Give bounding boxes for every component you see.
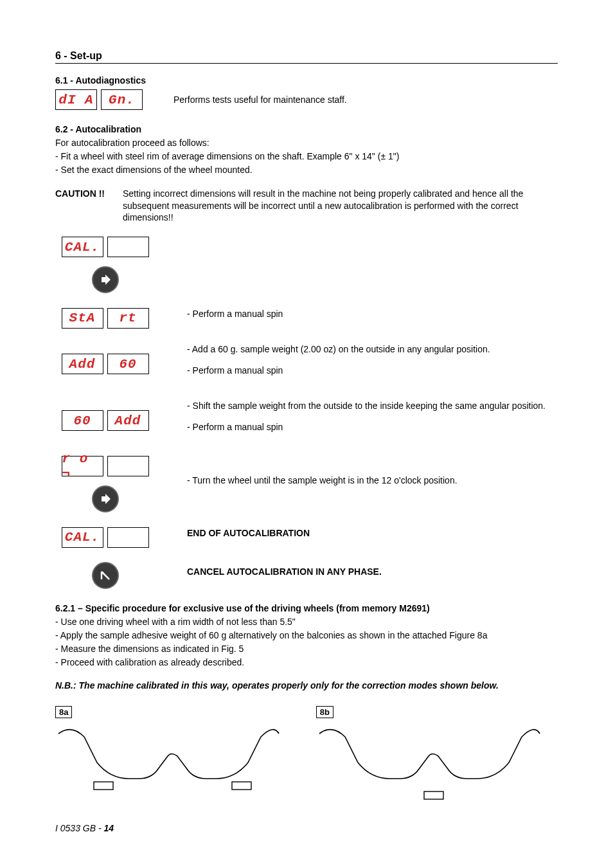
svg-rect-4	[232, 782, 251, 790]
row-6-1: dI A Gn. Performs tests useful for maint…	[55, 89, 558, 110]
intro-line: For autocalibration proceed as follows:	[55, 137, 558, 149]
figures-row: 8a 8b	[55, 706, 558, 806]
list-item: - Measure the dimensions as indicated in…	[55, 643, 558, 655]
display-right: Add	[107, 410, 149, 431]
display-left: CAL.	[62, 527, 103, 548]
rim-profile-8a	[55, 721, 280, 791]
page-footer: I 0533 GB - 14	[55, 823, 114, 833]
heading-6-2-1: 6.2.1 – Specific procedure for exclusive…	[55, 603, 558, 613]
caution-label: CAUTION !!	[55, 188, 105, 224]
figure-8a: 8a	[55, 706, 297, 793]
instruction: - Add a 60 g. sample weight (2.00 oz) on…	[187, 343, 558, 356]
display-right: .	[107, 527, 149, 548]
text-6-1: Performs tests useful for maintenance st…	[173, 95, 347, 105]
display-pair: dI A Gn.	[55, 89, 143, 110]
instruction: - Perform a manual spin	[187, 420, 558, 434]
intro-line: - Set the exact dimensions of the wheel …	[55, 164, 558, 176]
svg-rect-5	[424, 791, 443, 799]
display-left: r o ¬	[62, 456, 103, 476]
caution-text: Setting incorrect dimensions will result…	[123, 188, 558, 224]
instruction-end: END OF AUTOCALIBRATION	[187, 527, 558, 540]
instruction: - Turn the wheel until the sample weight…	[187, 474, 558, 487]
display-right: .	[107, 237, 149, 257]
instruction: - Perform a manual spin	[187, 307, 558, 321]
list-item: - Use one driving wheel with a rim width…	[55, 616, 558, 628]
svg-marker-0	[102, 275, 111, 285]
go-button-icon	[92, 266, 119, 293]
list-item: - Apply the sample adhesive weight of 60…	[55, 629, 558, 642]
display-left: dI A	[55, 89, 97, 110]
go-button-icon	[92, 485, 119, 512]
intro-line: - Fit a wheel with steel rim of average …	[55, 150, 558, 163]
instruction: - Shift the sample weight from the outsi…	[187, 399, 558, 413]
section-title: 6 - Set-up	[55, 50, 558, 64]
instruction-cancel: CANCEL AUTOCALIBRATION IN ANY PHASE.	[187, 565, 558, 579]
instruction: - Perform a manual spin	[187, 364, 558, 377]
display-left: CAL.	[62, 237, 103, 257]
svg-rect-3	[94, 782, 113, 790]
display-left: StA	[62, 308, 103, 329]
display-left: Add	[62, 354, 103, 374]
list-item: - Proceed with calibration as already de…	[55, 656, 558, 669]
svg-marker-1	[102, 494, 111, 504]
heading-6-2: 6.2 - Autocalibration	[55, 124, 558, 134]
display-right: Gn.	[101, 89, 143, 110]
display-right: rt	[107, 308, 149, 329]
figure-8b: 8b	[316, 706, 558, 806]
display-right: .	[107, 456, 149, 476]
display-right: 60	[107, 354, 149, 374]
page-number: 14	[103, 823, 114, 833]
doc-id: I 0533 GB -	[55, 823, 103, 833]
figure-label: 8a	[55, 706, 72, 718]
display-left: 60	[62, 410, 103, 431]
back-button-icon	[92, 562, 119, 589]
rim-profile-8b	[316, 721, 541, 804]
figure-label: 8b	[316, 706, 333, 718]
heading-6-1: 6.1 - Autodiagnostics	[55, 75, 558, 86]
nb-note: N.B.: The machine calibrated in this way…	[55, 680, 558, 691]
caution-block: CAUTION !! Setting incorrect dimensions …	[55, 188, 558, 224]
